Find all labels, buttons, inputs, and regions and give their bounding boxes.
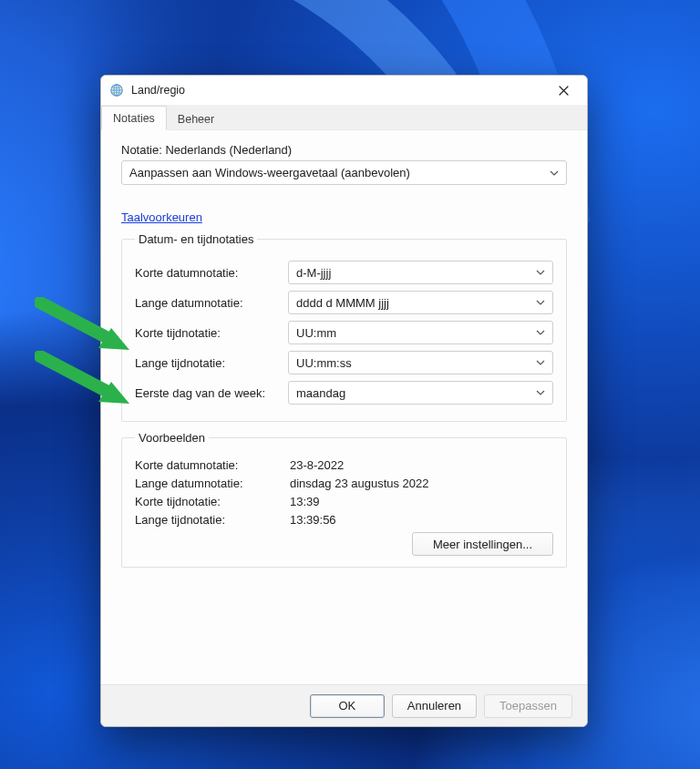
row-long-date: Lange datumnotatie: dddd d MMMM jjjj bbox=[135, 290, 553, 315]
dialog-footer: OK Annuleren Toepassen bbox=[101, 684, 587, 726]
display-language-select[interactable]: Aanpassen aan Windows-weergavetaal (aanb… bbox=[121, 160, 567, 185]
notation-heading: Notatie: Nederlands (Nederland) bbox=[121, 143, 567, 157]
display-language-value: Aanpassen aan Windows-weergavetaal (aanb… bbox=[129, 166, 410, 179]
long-time-label: Lange tijdnotatie: bbox=[135, 356, 288, 370]
close-icon bbox=[559, 86, 569, 96]
row-short-time: Korte tijdnotatie: UU:mm bbox=[135, 320, 553, 345]
more-settings-button[interactable]: Meer instellingen... bbox=[412, 532, 553, 556]
tab-beheer[interactable]: Beheer bbox=[167, 108, 225, 130]
long-date-select[interactable]: dddd d MMMM jjjj bbox=[288, 291, 553, 314]
long-date-value: dddd d MMMM jjjj bbox=[296, 296, 389, 310]
ex-short-date-value: 23-8-2022 bbox=[290, 458, 344, 472]
long-date-label: Lange datumnotatie: bbox=[135, 296, 288, 310]
examples-fieldset: Voorbeelden Korte datumnotatie: 23-8-202… bbox=[121, 431, 567, 568]
ex-long-date-value: dinsdag 23 augustus 2022 bbox=[290, 477, 429, 490]
chevron-down-icon bbox=[550, 169, 559, 178]
chevron-down-icon bbox=[536, 388, 545, 397]
examples-legend: Voorbeelden bbox=[135, 431, 209, 445]
example-short-date: Korte datumnotatie: 23-8-2022 bbox=[135, 458, 553, 472]
ex-short-time-label: Korte tijdnotatie: bbox=[135, 495, 290, 508]
row-short-date: Korte datumnotatie: d-M-jjjj bbox=[135, 260, 553, 285]
ex-short-time-value: 13:39 bbox=[290, 495, 320, 508]
apply-button: Toepassen bbox=[484, 694, 572, 718]
cancel-button[interactable]: Annuleren bbox=[392, 694, 477, 718]
example-short-time: Korte tijdnotatie: 13:39 bbox=[135, 495, 553, 508]
short-date-label: Korte datumnotatie: bbox=[135, 266, 288, 280]
first-day-label: Eerste dag van de week: bbox=[135, 386, 288, 400]
close-button[interactable] bbox=[543, 77, 583, 103]
ex-short-date-label: Korte datumnotatie: bbox=[135, 458, 290, 472]
short-time-select[interactable]: UU:mm bbox=[288, 321, 553, 344]
row-first-day: Eerste dag van de week: maandag bbox=[135, 380, 553, 405]
titlebar[interactable]: Land/regio bbox=[101, 76, 587, 105]
first-day-select[interactable]: maandag bbox=[288, 381, 553, 405]
tab-notaties[interactable]: Notaties bbox=[101, 106, 167, 130]
formats-fieldset: Datum- en tijdnotaties Korte datumnotati… bbox=[121, 232, 567, 422]
chevron-down-icon bbox=[536, 328, 545, 337]
row-long-time: Lange tijdnotatie: UU:mm:ss bbox=[135, 350, 553, 375]
ex-long-time-value: 13:39:56 bbox=[290, 513, 336, 527]
example-long-date: Lange datumnotatie: dinsdag 23 augustus … bbox=[135, 477, 553, 490]
chevron-down-icon bbox=[536, 298, 545, 307]
ex-long-date-label: Lange datumnotatie: bbox=[135, 477, 290, 490]
first-day-value: maandag bbox=[296, 386, 345, 400]
example-long-time: Lange tijdnotatie: 13:39:56 bbox=[135, 513, 553, 527]
tab-strip: Notaties Beheer bbox=[101, 105, 587, 130]
globe-icon bbox=[109, 83, 124, 97]
long-time-value: UU:mm:ss bbox=[296, 356, 352, 370]
long-time-select[interactable]: UU:mm:ss bbox=[288, 351, 553, 374]
ok-button[interactable]: OK bbox=[310, 694, 385, 718]
chevron-down-icon bbox=[536, 268, 545, 277]
region-dialog: Land/regio Notaties Beheer Notatie: Nede… bbox=[100, 75, 588, 727]
dialog-body: Notatie: Nederlands (Nederland) Aanpasse… bbox=[101, 130, 587, 684]
language-preferences-link[interactable]: Taalvoorkeuren bbox=[121, 210, 202, 224]
short-date-value: d-M-jjjj bbox=[296, 266, 331, 280]
short-time-label: Korte tijdnotatie: bbox=[135, 326, 288, 340]
window-title: Land/regio bbox=[131, 84, 543, 97]
desktop-wallpaper: Land/regio Notaties Beheer Notatie: Nede… bbox=[0, 0, 700, 769]
formats-legend: Datum- en tijdnotaties bbox=[135, 232, 257, 246]
chevron-down-icon bbox=[536, 358, 545, 367]
ex-long-time-label: Lange tijdnotatie: bbox=[135, 513, 290, 527]
short-time-value: UU:mm bbox=[296, 326, 336, 340]
short-date-select[interactable]: d-M-jjjj bbox=[288, 261, 553, 284]
